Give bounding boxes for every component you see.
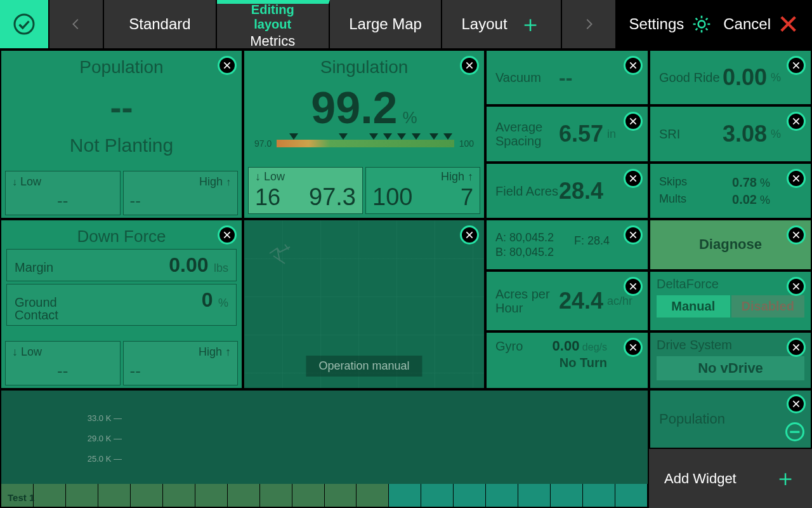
widget-acres-per-hour[interactable]: Acres per Hour 24.4ac/hr [485,271,649,331]
widget-gyro[interactable]: Gyro0.00 deg/s No Turn [485,331,649,389]
drive-system-button[interactable]: No vDrive [657,356,804,380]
widget-singulation[interactable]: Singulation 99.2% 97.0 100 ↓ Low 16 97.3… [243,50,485,219]
widget-drive-system[interactable]: Drive System No vDrive [649,331,812,389]
cancel-button[interactable]: Cancel ✕ [723,9,799,40]
vacuum-value: -- [559,66,572,90]
widget-field-acres[interactable]: Field Acres 28.4 [485,163,649,219]
widget-close-button[interactable] [787,277,806,296]
widget-ab-line[interactable]: A: 80,045.2 B: 80,045.2 F: 28.4 [485,219,649,271]
tab-large-map[interactable]: Large Map [330,0,443,48]
population-value: -- [1,88,242,127]
gear-icon [691,14,712,34]
close-icon [628,60,638,70]
arrow-up-icon: ↑ [225,345,231,358]
tab-metrics[interactable]: Editing layout Metrics [217,0,330,48]
widget-deltaforce[interactable]: DeltaForce Manual Disabled [649,271,812,331]
widget-close-button[interactable] [460,56,479,75]
population-high[interactable]: High ↑ -- [123,171,239,215]
close-icon [464,230,475,240]
tab-layout[interactable]: Layout ＋ [442,0,561,48]
chart-label: Test 1 [8,492,34,503]
widget-title: Singulation [244,51,484,77]
downforce-high[interactable]: High ↑ -- [123,341,239,385]
tab-label-bottom: Metrics [250,33,295,50]
close-icon [628,281,638,291]
next-button[interactable] [562,0,617,48]
widget-diagnose[interactable]: Diagnose [649,219,812,271]
close-icon [222,60,232,70]
arrow-up-icon: ↑ [226,177,231,187]
widget-close-button[interactable] [787,394,806,413]
tab-label: Large Map [349,15,422,33]
operation-manual-button[interactable]: Operation manual [306,356,422,377]
tab-label-top: Editing layout [236,3,310,32]
close-icon [464,60,475,70]
downforce-low[interactable]: ↓ Low -- [5,341,121,385]
close-icon [628,230,638,240]
widget-close-button[interactable] [218,225,237,244]
widget-population[interactable]: Population -- Not Planting ↓ Low -- High… [0,50,243,219]
close-icon [791,281,801,291]
confirm-button[interactable] [0,0,49,48]
add-widget-button[interactable]: Add Widget ＋ [649,449,812,508]
widget-sri[interactable]: SRI 3.08% [649,105,812,163]
prev-button[interactable] [49,0,104,48]
arrow-down-icon: ↓ [12,177,17,187]
arrow-up-icon: ↑ [468,170,473,183]
widget-close-button[interactable] [787,169,806,188]
widget-close-button[interactable] [624,169,643,188]
topbar: Standard Editing layout Metrics Large Ma… [0,0,812,50]
cancel-label: Cancel [723,15,771,33]
close-icon [628,116,638,126]
singulation-bar: 97.0 100 [244,138,484,149]
widget-close-button[interactable] [624,112,643,131]
chevron-left-icon [69,14,83,34]
widget-close-button[interactable] [460,225,479,244]
tab-label: Standard [129,15,190,33]
widget-title: Population [1,51,242,77]
tractor-icon [265,242,296,267]
close-icon [791,342,801,352]
widget-population-chart[interactable]: 33.0 K 29.0 K 25.0 K Test 1 [0,389,649,508]
close-icon [791,116,801,126]
widget-close-button[interactable] [787,338,806,357]
widget-close-button[interactable] [787,56,806,75]
widget-close-button[interactable] [624,338,643,357]
downforce-lowhigh: ↓ Low -- High ↑ -- [5,341,238,385]
widget-close-button[interactable] [624,56,643,75]
close-icon [791,173,801,184]
singulation-low[interactable]: ↓ Low 16 97.3 [248,167,363,214]
widget-close-button[interactable] [787,225,806,244]
minus-icon[interactable]: − [785,422,804,441]
widget-map[interactable]: Operation manual [243,219,485,389]
settings-label: Settings [629,15,684,33]
deltaforce-disabled-button[interactable]: Disabled [731,295,805,318]
widget-good-ride[interactable]: Good Ride 0.00% [649,50,812,105]
chevron-right-icon [582,14,596,34]
widget-close-button[interactable] [787,112,806,131]
widget-population-mini[interactable]: Population − [649,389,812,449]
widget-close-button[interactable] [218,56,237,75]
widget-close-button[interactable] [624,277,643,296]
widget-skips-mults[interactable]: Skips0.78 % Mults0.02 % [649,163,812,219]
tab-standard[interactable]: Standard [104,0,217,48]
tab-label: Layout [461,15,507,33]
close-icon [628,173,638,184]
widget-avg-spacing[interactable]: Average Spacing 6.57in [485,105,649,163]
plus-icon: ＋ [774,463,797,494]
close-icon: ✕ [777,9,799,40]
settings-button[interactable]: Settings [629,14,712,34]
svg-point-1 [698,21,705,28]
widget-downforce[interactable]: Down Force Margin0.00 lbs Ground Contact… [0,219,243,389]
population-low[interactable]: ↓ Low -- [5,171,121,215]
close-icon [791,230,801,240]
chart-bars [1,484,648,507]
widget-vacuum[interactable]: Vacuum -- [485,50,649,105]
widget-close-button[interactable] [624,225,643,244]
dashboard-grid: Population -- Not Planting ↓ Low -- High… [0,50,812,508]
population-status: Not Planting [1,135,242,156]
population-lowhigh: ↓ Low -- High ↑ -- [5,171,238,215]
widget-title: Down Force [1,220,242,246]
singulation-high[interactable]: High ↑ 100 7 [365,167,480,214]
deltaforce-manual-button[interactable]: Manual [657,295,730,318]
